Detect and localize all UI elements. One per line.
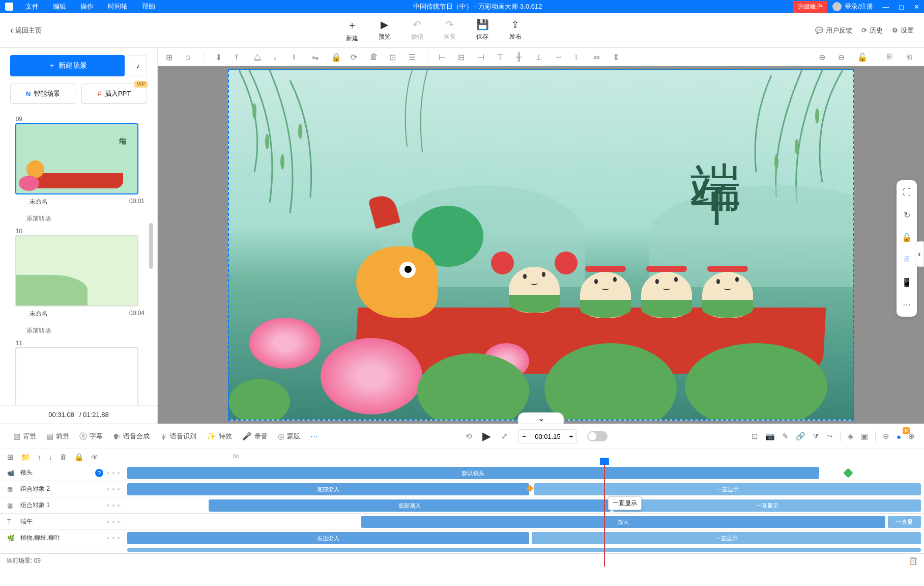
align-v-top-icon[interactable]: ⊤ bbox=[497, 52, 506, 62]
canvas-title-text[interactable]: 端午 bbox=[682, 121, 751, 152]
transition-label[interactable]: 添加转场 bbox=[12, 323, 145, 338]
align-top-icon[interactable]: ⫯ bbox=[235, 52, 244, 62]
upgrade-button[interactable]: 升级账户 bbox=[793, 1, 827, 13]
delete-icon[interactable]: 🗑 bbox=[370, 52, 379, 62]
play-button[interactable]: ▶ bbox=[482, 430, 491, 443]
align-right-icon[interactable]: ⊣ bbox=[477, 52, 486, 62]
clip-always-show[interactable]: 一直显示 bbox=[534, 483, 921, 495]
clip-right-in[interactable]: 右边渐入 bbox=[127, 532, 529, 544]
expand-button[interactable]: ⤢ bbox=[501, 432, 508, 441]
import-icon[interactable]: ⬇ bbox=[215, 52, 224, 62]
rotate-icon[interactable]: ↻ bbox=[901, 209, 913, 221]
clipboard-icon[interactable]: 📋 bbox=[908, 556, 918, 566]
scrollbar-handle[interactable] bbox=[149, 223, 153, 269]
unlock-icon[interactable]: 🔓 bbox=[901, 231, 913, 243]
clip-always-show[interactable]: 一直显示 bbox=[532, 532, 921, 544]
scene-thumbnail[interactable]: 端午 bbox=[15, 123, 138, 194]
more-icon[interactable]: ⋯ bbox=[901, 298, 913, 311]
delete-track-icon[interactable]: 🗑 bbox=[60, 453, 67, 461]
menu-timeline[interactable]: 时间轴 bbox=[101, 2, 135, 11]
menu-help[interactable]: 帮助 bbox=[135, 2, 162, 11]
time-decrease-button[interactable]: − bbox=[518, 430, 530, 443]
camera-icon[interactable]: 📷 bbox=[765, 432, 775, 441]
playhead[interactable] bbox=[604, 465, 605, 567]
feedback-button[interactable]: 💬用户反馈 bbox=[815, 26, 852, 35]
align-v-mid-icon[interactable]: ╫ bbox=[516, 52, 525, 62]
align-middle-icon[interactable]: ⧋ bbox=[254, 52, 263, 62]
zoom-out-icon[interactable]: ⊖ bbox=[838, 52, 847, 62]
align-bottom-icon[interactable]: ⫰ bbox=[273, 52, 282, 62]
menu-edit[interactable]: 编辑 bbox=[46, 2, 73, 11]
undo-button[interactable]: ↶撤销 bbox=[411, 18, 423, 43]
mobile-view-icon[interactable]: 📱 bbox=[901, 276, 913, 288]
new-button[interactable]: ＋新建 bbox=[346, 18, 358, 43]
music-button[interactable]: ♪ bbox=[129, 55, 147, 76]
clip-bottom-in[interactable]: 底部渐入 bbox=[209, 499, 611, 512]
background-button[interactable]: ▨背景 bbox=[9, 430, 40, 443]
clip-bottom-in[interactable]: 底部渐入 bbox=[127, 483, 529, 495]
login-button[interactable]: 登录/注册 bbox=[827, 2, 878, 11]
fit-icon[interactable]: ⊡ bbox=[752, 432, 758, 441]
zoom-out-tl-button[interactable]: ⊖ bbox=[883, 432, 889, 441]
clip-default-camera[interactable]: 默认镜头 bbox=[127, 467, 819, 479]
history-button[interactable]: ⟳历史 bbox=[861, 26, 883, 35]
timeline-scrollbar[interactable] bbox=[0, 546, 924, 553]
fx-button[interactable]: ✨特效 bbox=[203, 430, 236, 443]
add-track-icon[interactable]: ⊞ bbox=[7, 453, 14, 462]
move-up-icon[interactable]: ↑ bbox=[38, 453, 42, 461]
distribute-icon[interactable]: ⫲ bbox=[293, 52, 302, 62]
back-home-button[interactable]: 返回主页 bbox=[0, 25, 52, 36]
path-icon[interactable]: ⤳ bbox=[826, 432, 833, 441]
help-icon[interactable]: ? bbox=[95, 469, 103, 477]
time-increase-button[interactable]: + bbox=[565, 430, 576, 443]
scene-item-11[interactable]: 11 bbox=[12, 338, 145, 405]
flip-h-icon[interactable]: ⇋ bbox=[312, 52, 321, 62]
stage[interactable]: 端午 bbox=[228, 69, 854, 421]
group-icon[interactable]: ⊡ bbox=[389, 52, 398, 62]
zoom-reset-button[interactable]: ● bbox=[897, 432, 901, 441]
rewind-button[interactable]: ⟲ bbox=[466, 432, 472, 441]
distribute-v-icon[interactable]: ↕ bbox=[574, 52, 583, 62]
spacing-h-icon[interactable]: ⇔ bbox=[593, 52, 602, 62]
publish-button[interactable]: ⇪发布 bbox=[509, 18, 522, 43]
track-header[interactable]: 🌿 植物,柳枝,柳叶 bbox=[0, 534, 127, 542]
record-button[interactable]: 🎤录音 bbox=[238, 430, 272, 443]
align-center-icon[interactable]: ⊟ bbox=[458, 52, 467, 62]
toggle-switch[interactable] bbox=[587, 431, 608, 441]
insert-ppt-button[interactable]: P插入PPTVIP bbox=[81, 83, 148, 104]
mask-button[interactable]: ◎蒙版 bbox=[274, 430, 304, 443]
save-button[interactable]: 💾保存 bbox=[476, 18, 489, 43]
track-header[interactable]: 📹 镜头 ? bbox=[0, 468, 127, 477]
keyframe-icon[interactable]: ◈ bbox=[848, 432, 854, 441]
zoom-in-icon[interactable]: ⊕ bbox=[819, 52, 828, 62]
clip-always-show-end[interactable]: 一直显 bbox=[888, 516, 921, 528]
move-down-icon[interactable]: ↓ bbox=[49, 453, 53, 461]
clip-always-show[interactable]: 一直显示 bbox=[613, 499, 921, 512]
unlock-icon[interactable]: 🔓 bbox=[857, 52, 867, 62]
transition-label[interactable]: 添加转场 bbox=[12, 211, 145, 226]
link-icon[interactable]: 🔗 bbox=[796, 432, 805, 441]
minimize-button[interactable]: — bbox=[878, 3, 893, 11]
foreground-button[interactable]: ▤前景 bbox=[42, 430, 73, 443]
paste-icon[interactable]: ⎗ bbox=[907, 52, 916, 62]
new-scene-button[interactable]: ＋ 新建场景 bbox=[10, 55, 125, 76]
marker-icon[interactable]: ▣ bbox=[861, 432, 868, 441]
visibility-icon[interactable]: 👁 bbox=[91, 453, 99, 461]
folder-icon[interactable]: 📁 bbox=[21, 453, 31, 462]
redo-button[interactable]: ↷恢复 bbox=[444, 18, 456, 43]
collapse-timeline-button[interactable]: ⌄ bbox=[518, 412, 564, 424]
collapse-right-button[interactable]: ‹ bbox=[915, 241, 924, 267]
more-button[interactable]: ⋯ bbox=[306, 430, 322, 443]
layout-icon[interactable]: ⊞ bbox=[166, 52, 175, 62]
menu-action[interactable]: 操作 bbox=[73, 2, 101, 11]
subtitle-button[interactable]: Ⓐ字幕 bbox=[75, 430, 107, 443]
close-button[interactable]: ✕ bbox=[909, 3, 924, 11]
list-icon[interactable]: ☰ bbox=[409, 52, 418, 62]
scene-thumbnail[interactable] bbox=[15, 235, 138, 306]
menu-file[interactable]: 文件 bbox=[18, 2, 46, 11]
asr-button[interactable]: 🎙语音识别 bbox=[156, 430, 200, 443]
filter-icon[interactable]: ⧩ bbox=[813, 432, 819, 441]
distribute-h-icon[interactable]: ↔ bbox=[555, 52, 564, 62]
clip-zoom[interactable]: 放大 bbox=[361, 516, 885, 528]
align-v-bot-icon[interactable]: ⊥ bbox=[535, 52, 544, 62]
